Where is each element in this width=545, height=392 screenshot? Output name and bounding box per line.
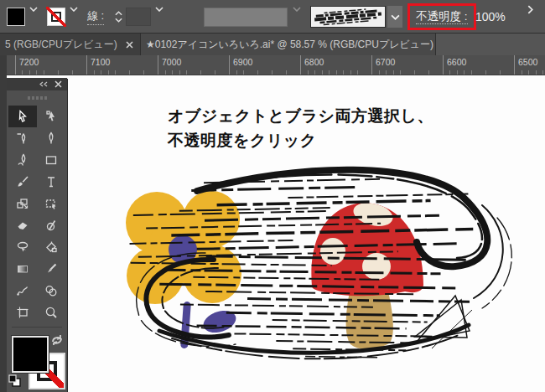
stroke-weight-input[interactable] [126, 8, 151, 26]
ruler-segment: 7200 [15, 55, 86, 75]
scale-icon [16, 197, 29, 210]
stroke-color-dropdown[interactable] [67, 0, 80, 18]
eraser-icon [16, 219, 29, 232]
tool-puppet-warp[interactable] [8, 280, 37, 302]
instruction-line-1: オブジェクトとブラシ両方選択し、 [168, 104, 433, 128]
live-paint-bucket-icon [44, 240, 58, 254]
close-panel-icon[interactable] [54, 80, 62, 88]
default-fill-stroke-icon[interactable] [8, 374, 22, 388]
illustrator-window: 線 : [0, 0, 545, 392]
tool-type[interactable] [37, 171, 65, 193]
group-selection-icon [44, 197, 58, 210]
fill-stroke-controls [7, 331, 67, 392]
gradient-icon [16, 262, 29, 276]
tool-scale[interactable] [8, 193, 37, 214]
delete-anchor-point-icon [16, 132, 29, 145]
artboard-icon [16, 306, 29, 319]
charcoal-brush-stroke-icon [311, 7, 385, 27]
tool-eyedropper[interactable] [37, 258, 65, 280]
tab-label: 5 (RGB/CPUプレビュー) [5, 38, 117, 52]
tool-eraser[interactable] [8, 214, 37, 236]
flower-leaf [200, 307, 238, 336]
pen-icon [44, 132, 58, 145]
tool-symbol-sprayer[interactable] [37, 280, 65, 302]
chevron-down-icon [293, 7, 301, 12]
ruler-segment: 6600 [443, 55, 514, 75]
ruler-label: 6600 [447, 57, 466, 67]
options-bar: 線 : [0, 0, 545, 34]
tool-shape-builder[interactable] [37, 214, 65, 236]
document-tab-bar: 5 (RGB/CPUプレビュー) ★0102アイコンいろいろ.ai* @ 58.… [0, 34, 545, 55]
ruler-segment: 7100 [86, 55, 158, 75]
tool-artboard[interactable] [8, 302, 37, 323]
ruler-label: 6900 [233, 57, 252, 67]
tool-paintbrush[interactable] [8, 171, 37, 193]
horizontal-ruler: 72007100700069006800670066006500 [0, 55, 545, 75]
ruler-segment: 6900 [229, 55, 300, 75]
brush-dropdown[interactable] [387, 6, 402, 28]
tools-panel [7, 78, 67, 392]
stroke-panel-link[interactable]: 線 : [87, 8, 104, 25]
selection-icon [16, 110, 29, 123]
opacity-value[interactable]: 100% [475, 10, 506, 23]
tool-delete-anchor-point[interactable] [8, 127, 37, 149]
tool-group-selection[interactable] [37, 193, 65, 214]
flower-mushroom-artwork[interactable] [80, 159, 524, 367]
stroke-weight-dropdown[interactable] [153, 0, 166, 18]
ruler-segment: 6500 [514, 55, 545, 75]
chevron-up-icon [115, 11, 122, 16]
paintbrush-icon [16, 175, 29, 188]
instruction-line-2: 不透明度をクリック [168, 128, 433, 152]
cap-spot [362, 253, 391, 280]
tab-label: ★0102アイコンいろいろ.ai* @ 58.57 % (RGB/CPUプレビュ… [146, 38, 433, 52]
tool-zoom[interactable] [37, 302, 65, 323]
close-icon [126, 41, 133, 49]
chevron-down-icon [115, 18, 122, 23]
direct-selection-icon [44, 110, 58, 123]
ruler-label: 6800 [304, 57, 324, 67]
collapse-panel-icon[interactable] [39, 81, 48, 87]
panel-drag-grip[interactable] [7, 90, 67, 106]
opacity-panel-link[interactable]: 不透明度 : [416, 10, 468, 24]
ruler-label: 7200 [19, 57, 39, 67]
tool-gradient[interactable] [8, 258, 37, 280]
width-profile-chevron[interactable] [290, 0, 304, 18]
chevron-down-icon [155, 7, 164, 12]
tool-direct-selection[interactable] [37, 106, 65, 127]
ruler-label: 7100 [91, 57, 110, 67]
width-profile-dropdown[interactable] [204, 8, 288, 27]
tool-curvature[interactable] [8, 149, 37, 171]
curvature-icon [16, 153, 29, 167]
brush-definition-preview[interactable] [310, 6, 386, 28]
tools-panel-header [7, 78, 67, 90]
chevron-right-icon [527, 5, 533, 14]
tool-pen[interactable] [37, 127, 65, 149]
chevron-down-icon [70, 7, 78, 12]
document-tab-active[interactable]: ★0102アイコンいろいろ.ai* @ 58.57 % (RGB/CPUプレビュ… [141, 34, 436, 55]
swap-fill-stroke-icon[interactable] [50, 334, 64, 346]
document-tab-inactive[interactable]: 5 (RGB/CPUプレビュー) [0, 34, 141, 55]
fill-swatch[interactable] [12, 336, 49, 373]
ruler-segment: 6800 [300, 55, 371, 75]
tool-live-paint-bucket[interactable] [37, 236, 65, 258]
lasso-icon [16, 240, 29, 254]
stroke-weight-stepper[interactable] [112, 0, 124, 34]
tool-lasso[interactable] [8, 236, 37, 258]
tool-selection[interactable] [8, 106, 37, 127]
shape-builder-icon [44, 219, 58, 232]
type-icon [44, 175, 58, 188]
fill-color-dropdown[interactable] [27, 0, 40, 18]
cap-spot [320, 238, 345, 265]
none-slash-icon [46, 7, 66, 27]
ruler-label: 7000 [162, 57, 181, 67]
tab-close-button[interactable] [126, 41, 133, 49]
stroke-color-swatch[interactable] [47, 8, 65, 26]
tool-grid [7, 106, 67, 323]
tool-rectangle[interactable] [37, 149, 65, 171]
more-options-button[interactable] [523, 0, 537, 18]
puppet-warp-icon [16, 284, 29, 297]
rectangle-icon [44, 153, 58, 167]
window-left-edge [0, 55, 7, 392]
panel-divider [12, 327, 62, 328]
fill-color-swatch[interactable] [7, 8, 25, 26]
